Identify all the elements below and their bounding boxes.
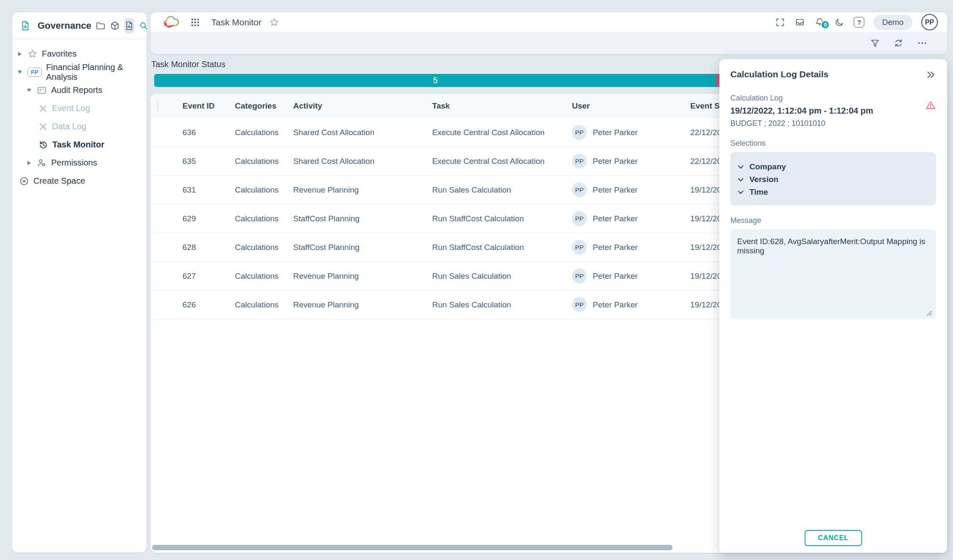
sidebar-item-label: Create Space (33, 176, 85, 186)
user-avatar: PP (572, 297, 587, 312)
user-avatar: PP (572, 125, 587, 140)
cell-user: PPPeter Parker (572, 182, 690, 197)
inbox-icon[interactable] (795, 17, 805, 27)
caret-right-icon[interactable] (26, 161, 33, 165)
caret-down-icon[interactable] (16, 71, 23, 74)
sidebar-item-audit-reports[interactable]: Audit Reports (16, 81, 147, 99)
sidebar-item-create-space[interactable]: Create Space (16, 172, 147, 190)
column-header-activity[interactable]: Activity (293, 101, 432, 111)
column-header-task[interactable]: Task (432, 101, 572, 111)
user-avatar[interactable]: PP (921, 14, 938, 30)
cell-event-id: 626 (182, 300, 235, 310)
chevron-down-icon (737, 176, 744, 183)
caret-down-icon[interactable] (26, 89, 33, 92)
sidebar-title: Governance (38, 20, 91, 31)
folder-icon[interactable] (95, 18, 106, 33)
caret-right-icon[interactable] (16, 52, 23, 56)
message-label: Message (730, 216, 936, 225)
horizontal-scrollbar[interactable] (152, 545, 718, 550)
user-avatar: PP (572, 211, 587, 226)
apps-grid-icon[interactable] (190, 17, 200, 27)
environment-badge: Demo (874, 15, 912, 30)
search-icon[interactable] (139, 18, 149, 33)
scrollbar-thumb[interactable] (152, 545, 673, 550)
document-icon[interactable] (124, 18, 134, 33)
sidebar-item-label: Favorites (42, 49, 76, 59)
selections-label: Selections (730, 139, 936, 148)
sidebar-item-label: Task Monitor (52, 140, 104, 150)
report-icon (37, 85, 47, 95)
help-icon[interactable]: ? (854, 17, 864, 27)
cell-user: PPPeter Parker (572, 240, 690, 255)
user-gear-icon (37, 158, 47, 168)
sidebar-item-event-log[interactable]: Event Log (16, 99, 147, 117)
fullscreen-icon[interactable] (775, 17, 785, 27)
cell-task: Run Sales Calculation (432, 300, 572, 310)
selection-label: Company (749, 162, 786, 171)
bell-icon[interactable]: 0 (814, 17, 825, 27)
sidebar-item-label: Financial Planning & Analysis (46, 63, 147, 82)
cell-event-id: 631 (182, 185, 235, 195)
cell-user: PPPeter Parker (572, 125, 690, 140)
filter-icon[interactable] (870, 38, 880, 49)
cell-task: Run Sales Calculation (432, 272, 572, 281)
cell-user: PPPeter Parker (572, 269, 690, 283)
user-name: Peter Parker (593, 128, 638, 137)
sidebar-item-label: Event Log (52, 103, 90, 113)
cell-categories: Calculations (235, 185, 293, 195)
user-avatar: PP (572, 182, 587, 197)
cell-activity: Revenue Planning (293, 185, 432, 195)
column-header-user[interactable]: User (572, 101, 690, 111)
moon-icon[interactable] (834, 17, 844, 27)
cell-task: Run StaffCost Calculation (432, 214, 572, 223)
cell-user: PPPeter Parker (572, 297, 690, 312)
cell-activity: Revenue Planning (293, 272, 432, 281)
sidebar-item-permissions[interactable]: Permissions (16, 154, 147, 172)
task-status-bar: 5 (154, 74, 722, 87)
sidebar-item-financial-planning[interactable]: FP Financial Planning & Analysis (16, 63, 147, 81)
cube-icon[interactable] (110, 18, 120, 33)
cell-activity: StaffCost Planning (293, 214, 432, 223)
cell-activity: Revenue Planning (293, 300, 432, 310)
selection-time[interactable]: Time (737, 186, 929, 198)
select-all-checkbox[interactable] (157, 101, 158, 111)
user-name: Peter Parker (593, 300, 638, 310)
help-glyph: ? (857, 19, 861, 26)
warning-icon (925, 100, 936, 111)
tools-icon (38, 104, 48, 113)
chevron-down-icon (737, 189, 744, 196)
more-icon[interactable] (917, 38, 928, 49)
star-icon (27, 49, 38, 59)
selection-version[interactable]: Version (737, 173, 929, 186)
status-bar-success-segment[interactable]: 5 (154, 74, 716, 87)
status-section-title: Task Monitor Status (151, 60, 226, 69)
cancel-button[interactable]: CANCEL (804, 530, 862, 546)
table-toolbar (150, 32, 947, 54)
sidebar-item-favorites[interactable]: Favorites (16, 45, 147, 63)
cell-categories: Calculations (235, 128, 293, 137)
user-name: Peter Parker (593, 185, 638, 195)
column-header-event-id[interactable]: Event ID (182, 101, 235, 111)
top-card: Task Monitor 0 ? Demo PP (150, 12, 947, 54)
selection-company[interactable]: Company (737, 160, 929, 173)
refresh-icon[interactable] (893, 38, 904, 49)
cell-categories: Calculations (235, 300, 293, 310)
cell-task: Run StaffCost Calculation (432, 243, 572, 252)
favorite-star-icon[interactable] (269, 17, 279, 27)
panel-title: Calculation Log Details (730, 69, 828, 79)
cell-activity: StaffCost Planning (293, 243, 432, 252)
column-header-categories[interactable]: Categories (235, 101, 293, 111)
sidebar-item-data-log[interactable]: Data Log (16, 117, 147, 136)
sidebar-item-label: Permissions (51, 158, 97, 168)
plus-circle-icon (19, 176, 29, 186)
tools-icon (38, 122, 48, 131)
sidebar-item-task-monitor[interactable]: Task Monitor (16, 136, 147, 154)
selection-label: Version (749, 175, 779, 184)
cell-activity: Shared Cost Allocation (293, 128, 432, 137)
cell-categories: Calculations (235, 272, 293, 281)
message-textarea[interactable]: Event ID:628, AvgSalaryafterMerit:Output… (730, 229, 936, 319)
log-summary: Calculation Log 19/12/2022, 1:12:04 pm -… (730, 94, 936, 128)
resize-handle-icon[interactable] (926, 310, 933, 316)
chevrons-right-icon[interactable] (925, 69, 936, 80)
message-text: Event ID:628, AvgSalaryafterMerit:Output… (737, 237, 925, 255)
